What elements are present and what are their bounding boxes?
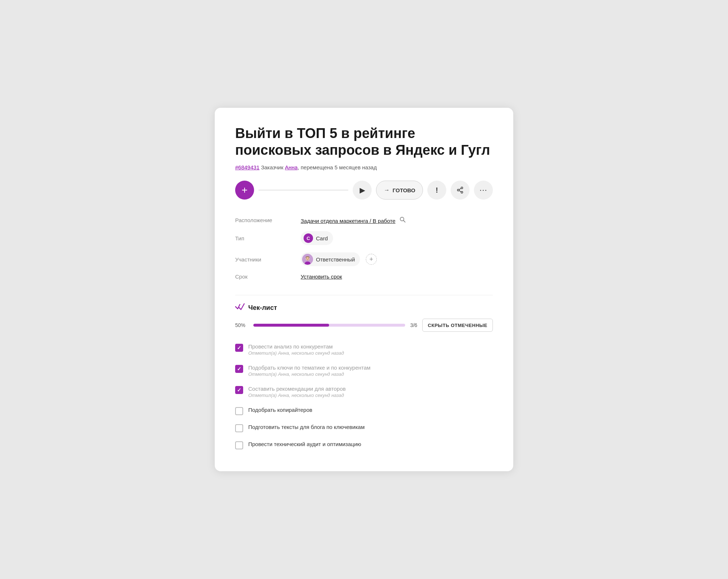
checklist-items: ✓Провести анализ по конкурентамОтметил(а… [235,339,493,454]
play-button[interactable]: ▶ [353,181,372,200]
add-button[interactable]: + [235,181,254,200]
toolbar-line [258,190,348,190]
checklist-item: Провести технический аудит и оптимизацию [235,437,493,454]
search-icon[interactable] [399,216,406,223]
checklist-item: ✓Подобрать ключи по тематике и по конкур… [235,360,493,381]
task-card: Выйти в ТОП 5 в рейтинге поисковых запро… [215,108,513,471]
members-value: Ответственный + [301,252,377,266]
svg-line-6 [403,221,405,222]
deadline-value: Установить срок [301,273,342,280]
type-value: C Card [301,231,333,245]
task-title: Выйти в ТОП 5 в рейтинге поисковых запро… [235,125,493,158]
task-id-link[interactable]: #6849431 [235,164,260,170]
checklist-item-sub: Отметил(а) Анна, несколько секунд назад [248,371,371,377]
check-icon: ✓ [237,366,241,372]
member-name: Ответственный [316,256,355,263]
checkbox[interactable]: ✓ [235,344,243,352]
location-value: Задачи отдела маркетинга / В работе [301,216,406,224]
fields-section: Расположение Задачи отдела маркетинга / … [235,213,493,283]
share-button[interactable] [451,181,470,200]
checklist-item-text: Подобрать ключи по тематике и по конкуре… [248,365,371,377]
checklist-item-text: Подобрать копирайтеров [248,407,312,413]
type-label: Тип [235,235,301,241]
svg-point-2 [458,189,459,191]
member-avatar [302,254,313,265]
task-client-label: Заказчик [261,164,284,170]
alert-button[interactable]: ! [427,181,446,200]
checkbox[interactable] [235,441,243,449]
deadline-link[interactable]: Установить срок [301,273,342,280]
type-row: Тип C Card [235,228,493,249]
checklist-item-text: Провести анализ по конкурентамОтметил(а)… [248,343,344,356]
deadline-row: Срок Установить срок [235,270,493,283]
deadline-label: Срок [235,273,301,280]
alert-icon: ! [436,186,438,194]
checkbox[interactable]: ✓ [235,386,243,394]
check-icon: ✓ [237,387,241,393]
checklist-item-label: Подготовить тексты для блога по ключевик… [248,424,365,430]
progress-count: 3/6 [410,322,417,328]
done-label: ГОТОВО [392,187,415,193]
checklist-item: ✓Провести анализ по конкурентамОтметил(а… [235,339,493,360]
check-icon: ✓ [237,345,241,351]
checklist-item: Подготовить тексты для блога по ключевик… [235,420,493,437]
members-row: Участники [235,249,493,270]
checklist-item-label: Составить рекомендации для авторов [248,386,346,392]
checklist-item-text: Провести технический аудит и оптимизацию [248,441,361,447]
checkbox[interactable] [235,407,243,415]
checklist-item-label: Провести технический аудит и оптимизацию [248,441,361,447]
type-icon: C [304,233,313,243]
progress-pct: 50% [235,322,248,328]
checklist-item-text: Составить рекомендации для авторовОтмети… [248,386,346,398]
task-client-name[interactable]: Анна [285,164,298,170]
checklist-item-text: Подготовить тексты для блога по ключевик… [248,424,365,430]
svg-point-10 [306,258,307,259]
arrow-icon: → [384,187,389,193]
task-moved: перемещена 5 месяцев назад [301,164,377,170]
members-label: Участники [235,256,301,263]
svg-line-4 [459,190,461,192]
more-icon: ··· [479,185,487,195]
location-label: Расположение [235,217,301,223]
checklist-item-sub: Отметил(а) Анна, несколько секунд назад [248,350,344,356]
location-link[interactable]: Задачи отдела маркетинга / В работе [301,218,395,224]
checklist-icon [235,303,245,313]
checklist-item-label: Провести анализ по конкурентам [248,343,344,350]
hide-checked-button[interactable]: СКРЫТЬ ОТМЕЧЕННЫЕ [422,319,493,332]
checklist-item: Подобрать копирайтеров [235,402,493,420]
avatar-image [302,254,313,265]
divider [235,295,493,295]
progress-bar-track [253,324,405,327]
checklist-title: Чек-лист [248,304,277,312]
checklist-item-label: Подобрать ключи по тематике и по конкуре… [248,365,371,371]
task-meta: #6849431 Заказчик Анна, перемещена 5 мес… [235,164,493,170]
checklist-item-label: Подобрать копирайтеров [248,407,312,413]
toolbar: + ▶ → ГОТОВО ! ··· [235,181,493,200]
checklist-progress-row: 50% 3/6 СКРЫТЬ ОТМЕЧЕННЫЕ [235,319,493,332]
member-badge[interactable]: Ответственный [301,252,360,266]
checklist-item: ✓Составить рекомендации для авторовОтмет… [235,381,493,402]
type-badge[interactable]: C Card [301,231,333,245]
progress-bar-fill [253,324,329,327]
svg-line-3 [459,188,461,190]
share-icon [456,186,464,194]
more-button[interactable]: ··· [474,181,493,200]
svg-point-0 [461,187,463,189]
checkbox[interactable]: ✓ [235,365,243,373]
svg-point-1 [461,192,463,193]
done-button[interactable]: → ГОТОВО [376,181,423,200]
location-row: Расположение Задачи отдела маркетинга / … [235,213,493,228]
checkbox[interactable] [235,424,243,432]
add-member-button[interactable]: + [366,254,377,265]
checklist-header: Чек-лист [235,303,493,313]
checklist-item-sub: Отметил(а) Анна, несколько секунд назад [248,393,346,398]
svg-point-11 [308,258,309,259]
type-name: Card [316,235,328,241]
